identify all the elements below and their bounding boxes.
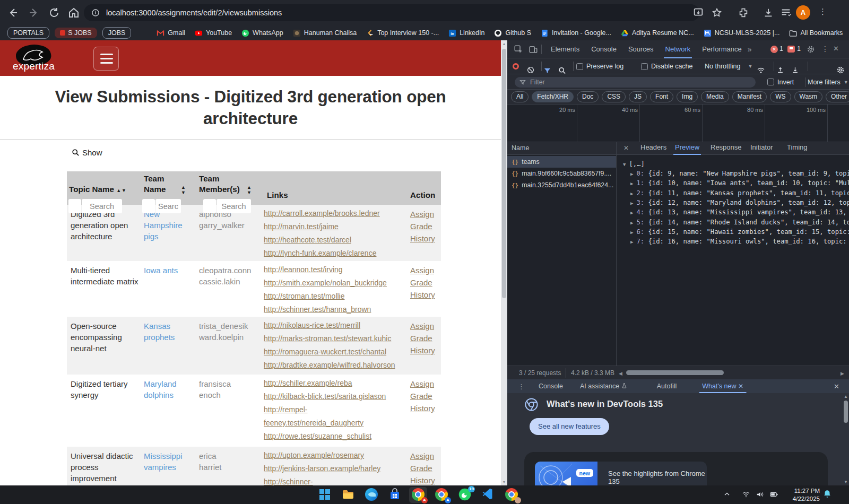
throttling-select[interactable]: No throttling▼ <box>705 58 752 74</box>
install-icon[interactable] <box>692 7 704 19</box>
detail-tab-preview[interactable]: Preview <box>669 140 705 155</box>
type-filter-doc[interactable]: Doc <box>577 91 599 102</box>
submission-link[interactable]: http://schinner.test/hanna_brown <box>264 303 403 316</box>
history-link[interactable]: History <box>410 232 441 245</box>
bookmark-invitation[interactable]: Invitation - Google... <box>541 29 611 37</box>
grade-link[interactable]: Grade <box>410 276 441 289</box>
show-toggle[interactable]: Show <box>72 148 102 157</box>
menu-toggle-button[interactable] <box>93 47 119 71</box>
chrome-taskbar-icon[interactable]: A <box>412 488 426 502</box>
tab-elements[interactable]: Elements <box>545 40 585 58</box>
bookmark-hanuman-chalisa[interactable]: Hanuman Chalisa <box>293 29 357 37</box>
drawer-tab-console[interactable]: Console <box>530 379 571 393</box>
vscode-taskbar-icon[interactable] <box>482 488 496 502</box>
column-header-member[interactable]: Team Member(s)▲▼ <box>195 171 261 205</box>
expertiza-logo[interactable]: expertiza <box>8 44 67 73</box>
json-line[interactable]: ▶7: {id: 16, name: "Missouri owls", team… <box>630 238 849 247</box>
submission-link[interactable]: http://upton.example/rosemary <box>264 449 403 462</box>
history-link[interactable]: History <box>410 474 441 485</box>
drawer-scrollbar[interactable]: ▲ ▼ <box>843 393 849 485</box>
request-row-teams[interactable]: {}teams <box>507 156 616 168</box>
device-toolbar-icon[interactable] <box>529 45 538 54</box>
team-link[interactable]: Maryland dolphins <box>144 379 177 399</box>
submission-link[interactable]: http://romaguera-wuckert.test/chantal <box>264 345 403 359</box>
bookmark-resume[interactable]: Aditya Resume NC... <box>621 29 694 37</box>
request-row-main2[interactable]: {}main.3255d7dd4b1eac64f624... <box>507 179 616 191</box>
sort-arrows-icon[interactable]: ▲▼ <box>181 185 186 195</box>
network-filter-input[interactable]: Filter <box>515 77 756 88</box>
close-details-icon[interactable]: ✕ <box>623 144 629 152</box>
highlights-card[interactable]: new See the highlights from Chrome 135 <box>524 452 828 485</box>
grade-link[interactable]: Grade <box>410 390 441 402</box>
drawer-scroll-thumb[interactable] <box>844 401 848 423</box>
tab-close-icon[interactable]: ✕ <box>738 383 743 390</box>
more-filters-button[interactable]: More filters▼ <box>808 74 848 90</box>
drawer-tab-ai[interactable]: AI assistance <box>571 379 636 393</box>
preserve-log-checkbox[interactable]: Preserve log <box>576 58 623 74</box>
record-button[interactable] <box>513 58 519 74</box>
tab-sources[interactable]: Sources <box>622 40 660 58</box>
history-link[interactable]: History <box>410 402 441 414</box>
devtools-menu-icon[interactable]: ⋮ <box>821 45 829 53</box>
submission-link[interactable]: http://bradtke.example/wilfred.halvorson <box>264 359 403 372</box>
topic-search-mini[interactable] <box>68 199 81 213</box>
drawer-close-icon[interactable]: ✕ <box>834 383 839 390</box>
grade-link[interactable]: Grade <box>410 462 441 474</box>
hscroll-left-icon[interactable]: ◀ <box>619 371 622 376</box>
home-icon[interactable] <box>67 6 80 19</box>
team-link[interactable]: New Hampshire pigs <box>144 210 183 241</box>
assign-link[interactable]: Assign <box>410 264 441 276</box>
team-link[interactable]: Iowa ants <box>144 266 178 275</box>
page-scrollbar-thumb[interactable] <box>502 49 506 298</box>
type-filter-css[interactable]: CSS <box>602 91 626 102</box>
grade-link[interactable]: Grade <box>410 332 441 344</box>
site-info-icon[interactable] <box>91 8 100 17</box>
reload-icon[interactable] <box>48 6 60 19</box>
sort-arrows-icon[interactable]: ▲▼ <box>247 185 252 195</box>
assign-link[interactable]: Assign <box>410 320 441 332</box>
submission-link[interactable]: http://heathcote.test/darcel <box>264 233 403 247</box>
inspect-icon[interactable] <box>514 45 523 54</box>
forward-icon[interactable] <box>28 6 40 19</box>
drawer-tab-whatsnew[interactable]: What's new ✕ <box>694 379 752 393</box>
json-root-line[interactable]: ▼[,…] <box>623 160 645 170</box>
whatsapp-taskbar-icon[interactable]: 19 <box>458 488 472 502</box>
hscroll-thumb[interactable] <box>626 370 724 375</box>
assign-link[interactable]: Assign <box>410 378 441 390</box>
devtools-close-icon[interactable]: ✕ <box>833 45 839 53</box>
type-filter-ws[interactable]: WS <box>770 91 791 102</box>
bookmark-linkedin[interactable]: inLinkedIn <box>448 29 484 37</box>
type-filter-js[interactable]: JS <box>629 91 647 102</box>
error-badge-icon[interactable]: ✕ <box>770 46 778 53</box>
submission-link[interactable]: http://marvin.test/jaime <box>264 220 403 233</box>
type-filter-font[interactable]: Font <box>650 91 673 102</box>
tab-console[interactable]: Console <box>585 40 622 58</box>
json-line[interactable]: ▶1: {id: 10, name: "Iowa ants", team_id:… <box>630 179 849 189</box>
network-overview-timeline[interactable]: 20 ms 40 ms 60 ms 80 ms 100 ms <box>507 105 849 142</box>
column-header-team[interactable]: Team Name▲▼ <box>140 171 195 205</box>
bookmark-whatsapp[interactable]: WhatsApp <box>241 29 283 37</box>
avatar[interactable]: A <box>796 5 810 20</box>
volume-icon[interactable] <box>756 490 764 499</box>
microsoft-store-icon[interactable] <box>388 488 402 502</box>
type-filter-wasm[interactable]: Wasm <box>794 91 823 102</box>
submission-link[interactable]: http://nikolaus-rice.test/merrill <box>264 319 403 332</box>
detail-tab-response[interactable]: Response <box>705 140 748 155</box>
json-line[interactable]: ▶2: {id: 11, name: "Kansas prophets", te… <box>630 189 849 199</box>
invert-checkbox[interactable]: Invert <box>767 74 794 90</box>
submission-link[interactable]: http://marks-stroman.test/stewart.kuhic <box>264 332 403 345</box>
history-link[interactable]: History <box>410 344 441 357</box>
tab-performance[interactable]: Performance <box>696 40 747 58</box>
start-button[interactable] <box>318 488 332 502</box>
history-link[interactable]: History <box>410 289 441 301</box>
bookmark-top-interview[interactable]: Top Interview 150 -... <box>366 29 439 37</box>
bookmark-star-icon[interactable] <box>711 7 723 19</box>
type-filter-manifest[interactable]: Manifest <box>732 91 767 102</box>
team-link[interactable]: Kansas prophets <box>144 321 175 342</box>
assign-link[interactable]: Assign <box>410 450 441 462</box>
submission-link[interactable]: http://rempel-feeney.test/nereida_daughe… <box>264 403 403 430</box>
json-line[interactable]: ▶0: {id: 9, name: "New Hampshire pigs", … <box>630 170 849 179</box>
issues-icon[interactable] <box>787 46 795 53</box>
detail-tab-initiator[interactable]: Initiator <box>744 140 779 155</box>
submission-link[interactable]: http://lynch-funk.example/clarence <box>264 247 403 260</box>
